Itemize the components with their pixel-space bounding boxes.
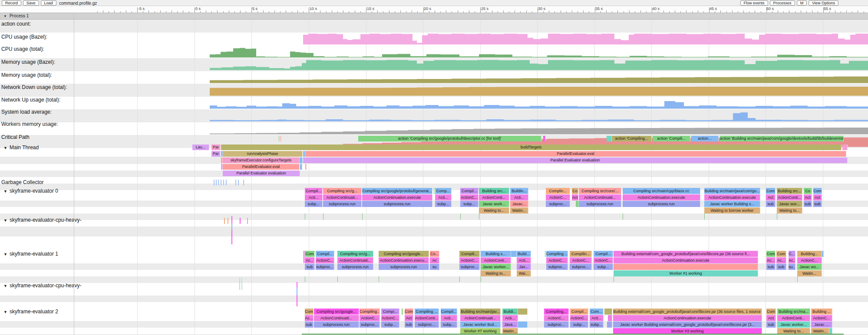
- trace-block-critical-path[interactable]: [543, 136, 545, 141]
- event-tick-skyframe-evaluator-cpu-heavy-0[interactable]: [247, 218, 248, 224]
- event-tick-garbage-collector[interactable]: [221, 180, 221, 185]
- trace-block-waiting-to-borrow-worker[interactable]: Waiting to borrow worker: [704, 207, 760, 213]
- trace-block-acti[interactable]: Acti...: [435, 194, 452, 200]
- trace-block-ac[interactable]: Ac...: [776, 257, 786, 263]
- event-tick-garbage-collector[interactable]: [235, 180, 236, 185]
- trace-block-building-src-main-java-com-go[interactable]: Building src/main/java/com/go...: [704, 188, 760, 194]
- trace-block-ac[interactable]: Ac...: [305, 315, 314, 321]
- event-tick-skyframe-evaluator-cpu-heavy-0[interactable]: [224, 218, 225, 224]
- trace-block-compi[interactable]: Compi...: [381, 309, 399, 315]
- trace-block-action-building-src-main-java-com-google[interactable]: action 'Building src/main/java/com/googl…: [720, 136, 844, 141]
- trace-block-actionc[interactable]: ActionC...: [544, 315, 569, 321]
- toolbar-button-flow-events[interactable]: Flow events: [740, 0, 768, 6]
- trace-block-subp[interactable]: subp...: [590, 322, 604, 328]
- trace-block-acti[interactable]: Acti...: [590, 315, 604, 321]
- trace-block-subp[interactable]: subp...: [435, 201, 452, 207]
- trace-block-compiling-src-google[interactable]: Compiling src/google...: [379, 251, 429, 257]
- trace-block-actioncontinuati[interactable]: ActionContinuati...: [323, 194, 362, 200]
- trace-block-subprocess-run[interactable]: subprocess.run: [314, 322, 359, 328]
- trace-block-compiling-src-core[interactable]: Compiling src/core/...: [579, 188, 621, 194]
- trace-block-building-s[interactable]: Building s...: [481, 251, 511, 257]
- trace-block-sub[interactable]: sub: [766, 264, 776, 270]
- trace-block-skyframeexecutor-configuretargets[interactable]: skyframeExecutor.configureTargets: [223, 158, 300, 163]
- trace-block-javac-worker-buil[interactable]: Javac worker Buil...: [460, 322, 501, 328]
- trace-block-buildi[interactable]: Buildi...: [502, 309, 518, 315]
- trace-block-actionconti[interactable]: ActionConti...: [481, 257, 511, 263]
- trace-block-javac[interactable]: Javac ...: [811, 322, 832, 328]
- trace-block-javac-wo[interactable]: Javac wo...: [797, 264, 822, 270]
- thread-label-main-thread[interactable]: ▼Main Thread: [1, 145, 39, 151]
- trace-block-actionc[interactable]: ActionC...: [570, 257, 592, 263]
- trace-block-skyframe-evaluator-2[interactable]: [607, 322, 612, 328]
- trace-block-worker-7-working[interactable]: Worker #7 working: [460, 328, 501, 334]
- trace-block-waiting-to[interactable]: Waiting to...: [479, 207, 509, 213]
- trace-block-actioncontinuati[interactable]: ActionContinuati...: [337, 257, 373, 263]
- trace-block-building-src-main-jav[interactable]: Building src/main/jav...: [460, 309, 501, 315]
- trace-block-waitin[interactable]: Waitin...: [797, 270, 822, 276]
- trace-block-actionc[interactable]: ActionC...: [546, 257, 568, 263]
- trace-block-parallel-evaluator-evaluation[interactable]: Parallel Evaluator evaluation: [303, 158, 848, 163]
- trace-block-waitin[interactable]: Waitin...: [510, 207, 528, 213]
- trace-block-subprocess-run[interactable]: subprocess.run: [362, 201, 432, 207]
- trace-block-acti[interactable]: Acti...: [502, 315, 518, 321]
- thread-label-skyframe-evaluator-2[interactable]: ▼skyframe-evaluator 2: [1, 309, 58, 315]
- trace-block-com[interactable]: Com: [813, 188, 822, 194]
- trace-block-compiling[interactable]: Compiling ...: [415, 309, 439, 315]
- trace-block-subp[interactable]: subp...: [381, 322, 399, 328]
- trace-block-waiting-to[interactable]: Waiting to...: [777, 207, 802, 213]
- trace-block-building[interactable]: Building...: [797, 251, 822, 257]
- trace-block-subprocess-run[interactable]: subprocess.run: [323, 201, 362, 207]
- trace-block-su[interactable]: su...: [789, 264, 795, 270]
- trace-block-subproc[interactable]: subproc...: [459, 264, 480, 270]
- chevron-down-icon[interactable]: ▼: [3, 252, 10, 256]
- trace-block-subproc[interactable]: subproc...: [546, 264, 568, 270]
- event-tick-skyframe-evaluator-cpu-heavy-0[interactable]: [228, 218, 228, 224]
- event-tick-skyframe-evaluator-cpu-heavy-1[interactable]: [241, 278, 242, 290]
- toolbar-button-m[interactable]: M: [797, 0, 807, 6]
- trace-block-ac[interactable]: Ac...: [789, 257, 795, 263]
- trace-block-javac-worker[interactable]: Javac worker...: [777, 322, 810, 328]
- trace-block-ac[interactable]: Ac...: [766, 257, 776, 263]
- trace-block-compiling-src-g[interactable]: Compiling src/g...: [323, 188, 362, 194]
- trace-block-par[interactable]: Par: [211, 151, 221, 157]
- trace-block-acti[interactable]: Acti...: [510, 194, 528, 200]
- trace-block-action[interactable]: action...: [691, 136, 719, 141]
- trace-block-skyframe-evaluator-0[interactable]: [434, 188, 435, 194]
- thread-label-skyframe-evaluator-cpu-heavy[interactable]: ▼skyframe-evaluator-cpu-heavy-: [1, 282, 81, 289]
- trace-block-compil[interactable]: Compil...: [305, 188, 323, 194]
- trace-block-actionc[interactable]: ActionC...: [360, 315, 380, 321]
- trace-block-comp[interactable]: Comp...: [435, 188, 452, 194]
- trace-block-sub[interactable]: sub: [776, 264, 786, 270]
- event-tick-skyframe-evaluator-cpu-heavy-0[interactable]: [231, 223, 232, 230]
- chevron-down-icon[interactable]: ▼: [3, 284, 10, 288]
- trace-block-waitin[interactable]: Waitin...: [502, 328, 518, 334]
- trace-block-sub[interactable]: sub: [766, 201, 776, 207]
- trace-block-worker-3-working[interactable]: Worker #3 working: [613, 328, 762, 334]
- event-tick-skyframe-evaluator-1[interactable]: [304, 251, 304, 263]
- event-tick-garbage-collector[interactable]: [223, 180, 224, 185]
- trace-block-actioncontinuation-execute[interactable]: ActionContinuation.execute: [613, 315, 762, 321]
- trace-block-com[interactable]: Com...: [590, 309, 604, 315]
- trace-block-compil[interactable]: Compil...: [441, 309, 457, 315]
- trace-block-compilin[interactable]: Compilin...: [570, 251, 592, 257]
- trace-block-sub[interactable]: sub: [766, 322, 776, 328]
- trace-block-action-compili[interactable]: action 'Compili...: [653, 136, 690, 141]
- trace-block-actionconti[interactable]: ActionConti...: [479, 194, 509, 200]
- trace-block-actioncontinuation-execute[interactable]: ActionContinuation.execute: [704, 194, 760, 200]
- thread-label-skyframe-evaluator-0[interactable]: ▼skyframe-evaluator 0: [1, 188, 58, 194]
- trace-block-actionconti[interactable]: ActionConti...: [415, 315, 439, 321]
- thread-label-skyframe-evaluator-cpu-heavy[interactable]: ▼skyframe-evaluator-cpu-heavy-: [1, 217, 81, 223]
- trace-block-ac[interactable]: Ac...: [305, 257, 315, 263]
- trace-block-subp[interactable]: subp...: [441, 322, 457, 328]
- trace-block-compiling-src-main-cpp-blaze-cc[interactable]: Compiling src/main/cpp/blaze.cc: [623, 188, 700, 194]
- event-tick-garbage-collector[interactable]: [226, 180, 227, 185]
- trace-block-compili[interactable]: Compili...: [459, 251, 480, 257]
- trace-block-act[interactable]: Act: [766, 315, 776, 321]
- toolbar-button-record[interactable]: Record: [2, 0, 21, 6]
- chevron-down-icon[interactable]: ▼: [3, 189, 10, 194]
- trace-block-subp[interactable]: subp...: [460, 201, 479, 207]
- trace-block-sub[interactable]: sub: [405, 322, 413, 328]
- trace-block-compil[interactable]: Compil...: [570, 309, 588, 315]
- chevron-down-icon[interactable]: ▼: [3, 310, 10, 314]
- trace-block-complin[interactable]: Complin...: [546, 188, 570, 194]
